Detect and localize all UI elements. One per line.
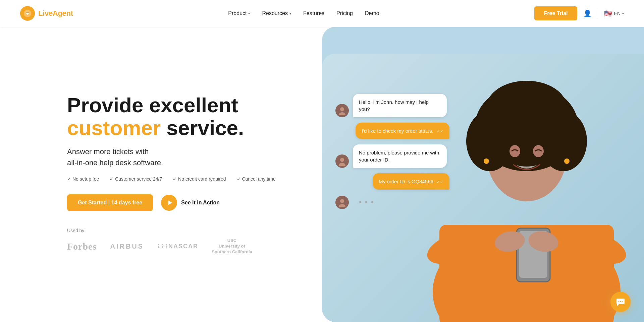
nav-pricing[interactable]: Pricing (336, 10, 353, 16)
nav-features[interactable]: Features (303, 10, 324, 16)
chat-row-3: No problem, please provide me with your … (335, 144, 449, 168)
hero-visual: Hello, I'm John. how may I help you? I'd… (322, 27, 644, 322)
chat-row-4: My order ID is GQ34566 ✓✓ (335, 173, 449, 190)
read-check-icon: ✓✓ (437, 129, 443, 134)
avatar-icon (337, 106, 347, 115)
avatar-icon (337, 198, 347, 207)
svg-point-20 (486, 81, 567, 134)
read-check-icon-2: ✓✓ (437, 180, 443, 184)
hero-buttons: Get Started | 14 days free See it in Act… (67, 194, 276, 211)
svg-point-6 (339, 112, 345, 115)
svg-point-24 (564, 158, 570, 164)
svg-point-23 (484, 158, 489, 164)
chevron-down-icon: ▾ (248, 12, 250, 15)
hero-heading: Provide excellent customer service. (67, 94, 276, 139)
svg-point-2 (27, 12, 28, 13)
check-no-setup: ✓ No setup fee (67, 176, 99, 182)
usc-logo: USCUniversity ofSouthern California (212, 238, 252, 255)
play-icon (167, 200, 173, 206)
svg-point-22 (533, 145, 544, 157)
svg-marker-4 (168, 200, 172, 205)
svg-point-29 (619, 301, 620, 302)
svg-point-7 (340, 158, 344, 162)
chat-widget-icon (616, 297, 625, 307)
check-no-card: ✓ No credit card required (173, 176, 226, 182)
check-customer-service: ✓ Customer service 24/7 (110, 176, 162, 182)
chat-bubble-2: I'd like to check my order status. ✓✓ (356, 123, 449, 139)
hero-subtitle: Answer more tickets with all-in-one help… (67, 146, 276, 168)
used-by-section: Used by Forbes AIRBUS ⫶⫶⫶NASCAR USCUnive… (67, 228, 276, 255)
nav-resources[interactable]: Resources ▾ (262, 10, 291, 16)
get-started-button[interactable]: Get Started | 14 days free (67, 194, 153, 211)
chat-row-2: I'd like to check my order status. ✓✓ (335, 123, 449, 139)
nav-product[interactable]: Product ▾ (228, 10, 250, 16)
svg-point-9 (340, 199, 344, 203)
svg-point-21 (509, 145, 520, 157)
chat-row-1: Hello, I'm John. how may I help you? (335, 94, 449, 117)
nav-demo[interactable]: Demo (365, 10, 379, 16)
avatar-icon (337, 156, 347, 166)
chevron-down-icon: ▾ (289, 12, 291, 15)
free-trial-button[interactable]: Free Trial (534, 6, 577, 20)
nav-actions: Free Trial 👤 🇺🇸 EN ▾ (534, 6, 624, 20)
svg-point-5 (340, 107, 344, 111)
chat-bubble-1: Hello, I'm John. how may I help you? (353, 94, 447, 117)
typing-indicator: • • • (353, 195, 380, 209)
see-action-label: See it in Action (181, 200, 220, 206)
svg-point-31 (622, 301, 623, 302)
logo-icon (20, 6, 35, 21)
svg-point-30 (620, 301, 621, 302)
play-button[interactable] (161, 195, 177, 211)
chat-bubble-4: My order ID is GQ34566 ✓✓ (373, 173, 449, 190)
nascar-logo: ⫶⫶⫶NASCAR (157, 243, 198, 250)
logo[interactable]: LiveAgent (20, 6, 73, 21)
airbus-logo: AIRBUS (110, 243, 144, 250)
navbar: LiveAgent Product ▾ Resources ▾ Features… (0, 0, 644, 27)
chat-conversation: Hello, I'm John. how may I help you? I'd… (322, 94, 449, 209)
flag-icon: 🇺🇸 (604, 9, 612, 17)
hero-section: Provide excellent customer service. Answ… (0, 27, 644, 322)
logo-svg (23, 9, 32, 18)
svg-point-10 (339, 204, 345, 207)
chat-row-5: • • • (335, 195, 449, 209)
forbes-logo: Forbes (67, 241, 97, 252)
used-by-logos: Forbes AIRBUS ⫶⫶⫶NASCAR USCUniversity of… (67, 238, 276, 255)
agent-avatar-1 (335, 104, 349, 117)
chat-widget-button[interactable] (610, 292, 631, 312)
hero-checks: ✓ No setup fee ✓ Customer service 24/7 ✓… (67, 176, 276, 182)
user-icon[interactable]: 👤 (583, 9, 592, 17)
nav-divider (598, 9, 598, 17)
chat-bubble-3: No problem, please provide me with your … (353, 144, 447, 168)
svg-point-3 (28, 12, 29, 13)
see-action-button[interactable]: See it in Action (161, 195, 220, 211)
hero-content: Provide excellent customer service. Answ… (67, 94, 276, 255)
nav-links: Product ▾ Resources ▾ Features Pricing D… (228, 10, 379, 16)
agent-avatar-3 (335, 196, 349, 209)
logo-text: LiveAgent (38, 9, 73, 18)
svg-point-8 (339, 163, 345, 166)
check-cancel: ✓ Cancel any time (237, 176, 276, 182)
agent-avatar-2 (335, 154, 349, 168)
used-by-label: Used by (67, 228, 276, 233)
svg-point-1 (26, 12, 27, 13)
language-selector[interactable]: 🇺🇸 EN ▾ (604, 9, 624, 17)
chevron-down-icon: ▾ (622, 12, 624, 15)
